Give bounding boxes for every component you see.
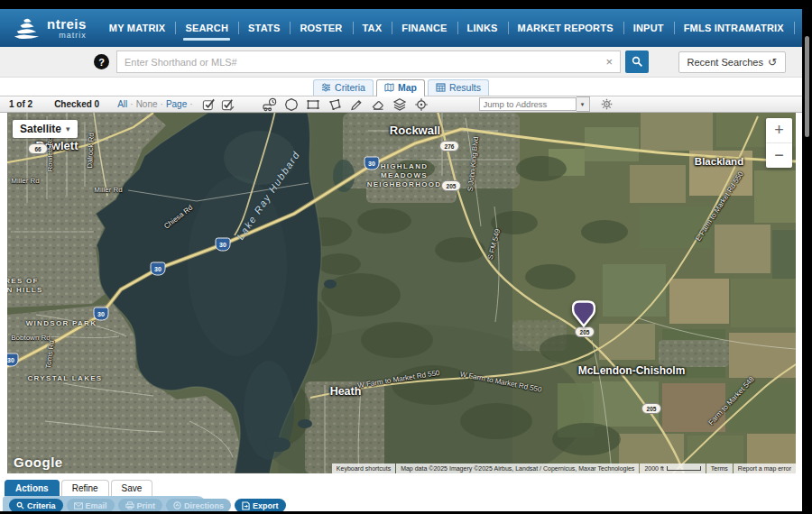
nav-item-fmls-intramatrix[interactable]: FMLS INTRAMATRIX	[674, 9, 794, 47]
checked-count: Checked 0	[54, 99, 99, 109]
locate-icon[interactable]	[414, 97, 429, 112]
tab-label: Results	[449, 82, 481, 93]
history-icon: ↺	[768, 56, 777, 69]
speed-bar: ? × Recent Searches ↺	[0, 47, 802, 78]
criteria-button[interactable]: Criteria	[9, 499, 63, 511]
button-label: Print	[137, 501, 156, 510]
zoom-out-button[interactable]: −	[766, 143, 792, 168]
map-scale: 2000 ft	[640, 464, 705, 473]
button-label: Criteria	[27, 501, 56, 510]
drive-time-icon[interactable]	[262, 97, 277, 112]
check-page-icon[interactable]	[202, 97, 216, 111]
map-draw-tools	[262, 97, 429, 112]
map-data-text: Map data ©2025 Imagery ©2025 Airbus, Lan…	[396, 464, 639, 473]
search-icon	[16, 501, 24, 509]
scale-bar	[667, 466, 701, 471]
top-navigation-bar: ntreis matrix MY MATRIXSEARCHSTATSROSTER…	[0, 9, 802, 47]
export-button[interactable]: Export	[235, 499, 286, 511]
map-toolbar: 1 of 2 Checked 0 All·None·Page· ▾	[0, 96, 802, 113]
button-label: Directions	[184, 501, 224, 510]
actions-panel: ActionsRefineSave CriteriaEmailPrintDire…	[0, 473, 802, 511]
map-canvas[interactable]: RowlettRockwallBlacklandHeathMcLendon-Ch…	[7, 113, 796, 473]
print-icon	[125, 501, 134, 509]
action-tab-actions[interactable]: Actions	[5, 480, 60, 496]
logo-primary-text: ntreis	[47, 17, 87, 31]
map-type-control[interactable]: Satellite ▾	[13, 120, 78, 138]
button-label: Export	[253, 501, 279, 510]
nav-item-finance[interactable]: FINANCE	[392, 9, 457, 47]
tab-label: Map	[398, 82, 417, 93]
matrix-app-window: ntreis matrix MY MATRIXSEARCHSTATSROSTER…	[0, 9, 802, 511]
nav-item-input[interactable]: INPUT	[623, 9, 674, 47]
button-label: Email	[86, 501, 107, 510]
export-icon	[242, 501, 250, 510]
search-box: ×	[116, 50, 621, 73]
report-map-error-link[interactable]: Report a map error	[734, 464, 796, 473]
help-icon[interactable]: ?	[94, 54, 109, 69]
separator-dot: ·	[189, 99, 192, 109]
recent-searches-button[interactable]: Recent Searches ↺	[678, 51, 786, 73]
chevron-down-icon: ▾	[66, 124, 70, 133]
nav-item-tax[interactable]: TAX	[353, 9, 392, 47]
nav-item-search[interactable]: SEARCH	[175, 9, 238, 47]
selection-links: All·None·Page·	[117, 99, 192, 109]
nav-item-stats[interactable]: STATS	[238, 9, 290, 47]
tab-label: Criteria	[335, 82, 365, 93]
check-all-icon[interactable]	[221, 97, 235, 111]
scale-text: 2000 ft	[644, 465, 663, 472]
search-button[interactable]	[625, 50, 649, 73]
ntreis-matrix-logo[interactable]: ntreis matrix	[13, 16, 87, 40]
logo-icon	[13, 16, 42, 40]
nav-item-omni[interactable]: OMNI	[794, 9, 802, 47]
map-settings-gear-icon[interactable]	[601, 98, 613, 110]
satellite-imagery	[7, 113, 796, 473]
clear-search-icon[interactable]: ×	[604, 55, 614, 69]
polygon-icon[interactable]	[328, 97, 342, 112]
separator-dot: ·	[161, 99, 163, 109]
tab-results[interactable]: Results	[428, 79, 489, 96]
listing-map-marker[interactable]	[572, 300, 595, 327]
jump-to-address-input[interactable]	[479, 97, 577, 111]
directions-button[interactable]: Directions	[166, 499, 231, 511]
action-tab-refine[interactable]: Refine	[61, 480, 109, 496]
map-attribution: Keyboard shortcuts Map data ©2025 Imager…	[331, 464, 796, 473]
map-type-label: Satellite	[20, 123, 61, 135]
tab-map[interactable]: Map	[376, 79, 425, 96]
directions-icon	[173, 501, 181, 509]
nav-item-roster[interactable]: ROSTER	[290, 9, 352, 47]
action-tab-save[interactable]: Save	[111, 480, 153, 496]
zoom-in-button[interactable]: +	[766, 118, 792, 143]
action-button-bar: CriteriaEmailPrintDirectionsExport	[3, 496, 207, 511]
select-all-link[interactable]: All	[117, 99, 127, 109]
terms-link[interactable]: Terms	[706, 464, 733, 473]
page-position: 1 of 2	[9, 99, 32, 109]
jump-to-address-group: ▾	[479, 96, 590, 112]
email-button[interactable]: Email	[67, 499, 115, 511]
nav-item-links[interactable]: LINKS	[457, 9, 508, 47]
keyboard-shortcuts-link[interactable]: Keyboard shortcuts	[332, 464, 395, 473]
action-tabs: ActionsRefineSave	[3, 480, 167, 496]
print-button[interactable]: Print	[118, 499, 163, 511]
nav-menu: MY MATRIXSEARCHSTATSROSTERTAXFINANCELINK…	[99, 9, 802, 47]
draw-icon[interactable]	[349, 97, 364, 112]
nav-item-my-matrix[interactable]: MY MATRIX	[99, 9, 176, 47]
rectangle-icon[interactable]	[306, 97, 320, 112]
email-icon	[74, 502, 83, 509]
search-icon	[632, 56, 643, 68]
separator-dot: ·	[130, 99, 133, 109]
view-tabs: CriteriaMapResults	[0, 78, 802, 96]
search-input[interactable]	[123, 56, 604, 69]
select-page-link[interactable]: Page	[166, 99, 187, 109]
select-none-link[interactable]: None	[136, 99, 158, 109]
tab-criteria[interactable]: Criteria	[313, 79, 374, 96]
logo-secondary-text: matrix	[47, 32, 87, 40]
jump-dropdown-button[interactable]: ▾	[577, 96, 590, 112]
nav-item-market-reports[interactable]: MARKET REPORTS	[508, 9, 623, 47]
radius-icon[interactable]	[284, 97, 299, 112]
layers-icon[interactable]	[392, 97, 407, 112]
eraser-icon[interactable]	[371, 97, 385, 112]
zoom-control: + −	[766, 118, 792, 168]
scrollbar-thumb[interactable]	[805, 36, 809, 137]
recent-searches-label: Recent Searches	[687, 57, 763, 68]
